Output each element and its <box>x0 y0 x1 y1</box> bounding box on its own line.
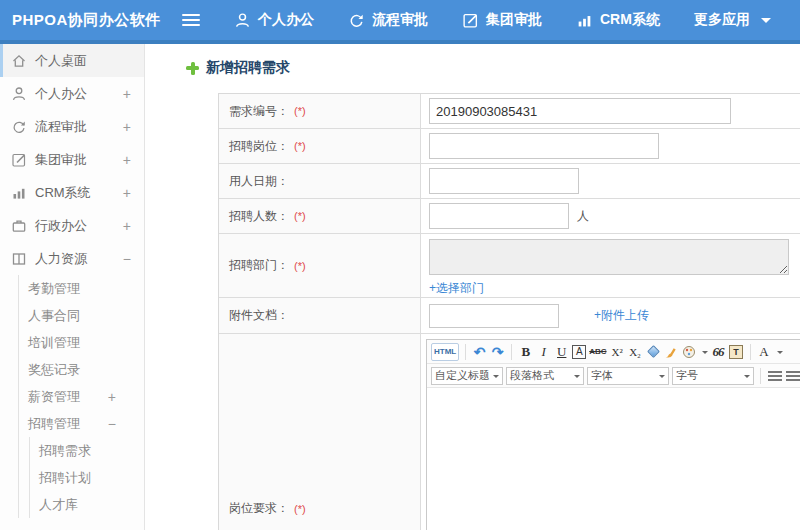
recruitment-demand-form: 需求编号： (*) 招聘岗位： (*) 用人日期： <box>218 93 800 530</box>
sidebar-item-personal-office[interactable]: 个人办公 + <box>0 77 144 110</box>
person-icon <box>11 86 27 102</box>
required-mark: (*) <box>294 140 306 152</box>
field-label: 招聘岗位： (*) <box>219 129 421 163</box>
paste-icon[interactable]: T <box>729 343 744 361</box>
sidebar: 个人桌面 个人办公 + 流程审批 + 集团审批 + <box>0 44 145 530</box>
form-row-hire-date: 用人日期： <box>219 164 800 199</box>
caret-down-icon <box>761 18 771 28</box>
department-textarea[interactable] <box>429 239 789 275</box>
field-label: 需求编号： (*) <box>219 94 421 128</box>
blockquote-button[interactable]: 66 <box>711 343 726 361</box>
field-label: 附件文档： <box>219 298 421 333</box>
redo-icon[interactable]: ↷ <box>490 343 505 361</box>
nav-item-crm-system[interactable]: CRM系统 <box>576 11 660 29</box>
attachment-upload-link[interactable]: +附件上传 <box>594 307 649 324</box>
html-source-button[interactable]: HTML <box>431 343 459 361</box>
attachment-input[interactable] <box>429 304 559 328</box>
align-center-icon[interactable] <box>785 367 800 385</box>
paragraph-format-select[interactable]: 段落格式 <box>506 367 584 385</box>
collapse-minus-icon[interactable]: − <box>123 251 131 267</box>
sidebar-item-process-approval[interactable]: 流程审批 + <box>0 110 144 143</box>
underline-button[interactable]: U <box>554 343 569 361</box>
sidebar-item-human-resources[interactable]: 人力资源 − <box>0 242 144 275</box>
strikethrough-button[interactable]: ABC <box>589 343 606 361</box>
expand-plus-icon[interactable]: + <box>123 152 131 168</box>
sidebar-item-label: 招聘需求 <box>39 442 91 460</box>
format-brush-icon[interactable] <box>664 343 679 361</box>
collapse-minus-icon[interactable]: − <box>108 416 116 432</box>
form-row-job-requirements: 岗位要求： (*) HTML ↶ ↷ B I U <box>219 334 800 530</box>
sidebar-item-training[interactable]: 培训管理 <box>19 329 144 356</box>
app-logo: PHPOA协同办公软件 <box>0 11 182 30</box>
editor-toolbar-row2: 自定义标题 段落格式 字体 <box>427 364 800 388</box>
navbar-menu: 个人办公 流程审批 集团审批 CRM系统 更多应用 <box>234 11 771 29</box>
font-select[interactable]: 字体 <box>587 367 669 385</box>
field-label: 岗位要求： (*) <box>219 334 421 530</box>
green-plus-icon <box>186 62 199 75</box>
nav-item-more-apps[interactable]: 更多应用 <box>694 11 771 29</box>
caret-down-icon[interactable] <box>777 351 783 357</box>
sidebar-item-talent-pool[interactable]: 人才库 <box>30 491 144 518</box>
sidebar-item-salary[interactable]: 薪资管理 + <box>19 383 144 410</box>
font-size-select[interactable]: 字号 <box>672 367 754 385</box>
sidebar-item-hr-contract[interactable]: 人事合同 <box>19 302 144 329</box>
sidebar-item-crm-system[interactable]: CRM系统 + <box>0 176 144 209</box>
sidebar-item-attendance[interactable]: 考勤管理 <box>19 275 144 302</box>
nav-item-personal-office[interactable]: 个人办公 <box>234 11 314 29</box>
top-navbar: PHPOA协同办公软件 个人办公 流程审批 集团审批 <box>0 0 800 44</box>
caret-down-icon <box>659 375 665 381</box>
edit-icon <box>462 12 479 29</box>
custom-heading-select[interactable]: 自定义标题 <box>431 367 503 385</box>
font-family-button[interactable]: A <box>757 343 772 361</box>
nav-item-group-approval[interactable]: 集团审批 <box>462 11 542 29</box>
nav-item-label: 更多应用 <box>694 11 750 29</box>
recruitment-submenu: 招聘需求 招聘计划 人才库 <box>29 437 144 518</box>
expand-plus-icon[interactable]: + <box>123 86 131 102</box>
nav-item-label: CRM系统 <box>600 11 660 29</box>
sidebar-item-label: 培训管理 <box>28 334 80 352</box>
page-title-row: 新增招聘需求 <box>186 58 800 78</box>
sidebar-item-admin-office[interactable]: 行政办公 + <box>0 209 144 242</box>
job-position-input[interactable] <box>429 133 659 159</box>
select-department-link[interactable]: +选择部门 <box>429 280 484 297</box>
font-color-button[interactable]: A <box>572 345 586 359</box>
caret-down-icon <box>493 375 499 381</box>
sidebar-item-recruitment[interactable]: 招聘管理 − <box>19 410 144 437</box>
superscript-button[interactable]: X² <box>610 343 625 361</box>
subscript-button[interactable]: X₂ <box>628 343 643 361</box>
align-left-icon[interactable] <box>767 367 782 385</box>
main-content: 新增招聘需求 需求编号： (*) 招聘岗位： (*) <box>146 44 800 530</box>
required-mark: (*) <box>294 210 306 222</box>
caret-down-icon[interactable] <box>702 351 708 357</box>
sidebar-item-label: 行政办公 <box>35 217 87 235</box>
hamburger-menu-icon[interactable] <box>182 11 200 29</box>
sidebar-item-personal-desktop[interactable]: 个人桌面 <box>0 44 144 77</box>
expand-plus-icon[interactable]: + <box>108 389 116 405</box>
expand-plus-icon[interactable]: + <box>123 218 131 234</box>
headcount-input[interactable] <box>429 203 569 229</box>
editor-toolbar-row1: HTML ↶ ↷ B I U A ABC X² X₂ <box>427 340 800 364</box>
sidebar-item-recruitment-demand[interactable]: 招聘需求 <box>30 437 144 464</box>
undo-icon[interactable]: ↶ <box>472 343 487 361</box>
expand-plus-icon[interactable]: + <box>123 119 131 135</box>
bold-button[interactable]: B <box>518 343 533 361</box>
required-mark: (*) <box>294 260 306 272</box>
sidebar-item-recruitment-plan[interactable]: 招聘计划 <box>30 464 144 491</box>
person-icon <box>234 12 251 29</box>
nav-item-process-approval[interactable]: 流程审批 <box>348 11 428 29</box>
sidebar-item-rewards[interactable]: 奖惩记录 <box>19 356 144 383</box>
sidebar-item-label: 流程审批 <box>35 118 87 136</box>
sidebar-item-group-approval[interactable]: 集团审批 + <box>0 143 144 176</box>
sidebar-item-label: 招聘管理 <box>28 415 80 433</box>
hire-date-input[interactable] <box>429 168 579 194</box>
app-window: PHPOA协同办公软件 个人办公 流程审批 集团审批 <box>0 0 800 530</box>
color-palette-icon[interactable] <box>682 343 697 361</box>
editor-content-area[interactable] <box>427 388 800 530</box>
form-row-department: 招聘部门： (*) +选择部门 <box>219 234 800 298</box>
book-icon <box>11 251 27 267</box>
italic-button[interactable]: I <box>536 343 551 361</box>
sidebar-item-label: 人力资源 <box>35 250 87 268</box>
eraser-icon[interactable] <box>646 343 661 361</box>
expand-plus-icon[interactable]: + <box>123 185 131 201</box>
demand-number-input[interactable] <box>429 98 731 124</box>
